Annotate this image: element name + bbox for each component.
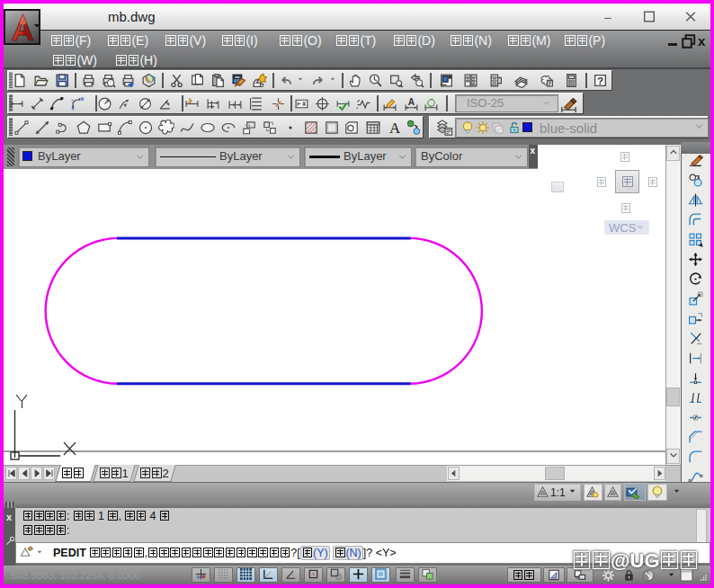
svg-text:?: ? bbox=[596, 75, 602, 86]
svg-text:A: A bbox=[407, 97, 415, 107]
svg-text:Y: Y bbox=[71, 98, 75, 103]
svg-text:A: A bbox=[389, 120, 401, 136]
